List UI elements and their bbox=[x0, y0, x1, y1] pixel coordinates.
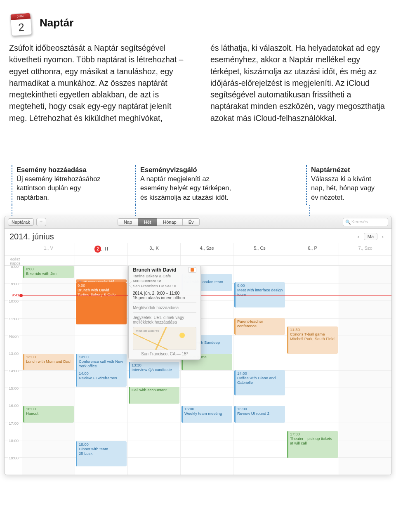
day-column[interactable]: 8:00Bike ride with Jim13:00Lunch with Mo… bbox=[22, 266, 75, 475]
popover-add-notes[interactable]: Jegyzetek, URL-címek vagy mellékletek ho… bbox=[133, 312, 196, 324]
connector-line bbox=[309, 205, 310, 216]
callout-add-event: Esemény hozzáadása Új esemény létrehozás… bbox=[12, 165, 119, 205]
intro-paragraph-left: Zsúfolt időbeosztását a Naptár segítségé… bbox=[9, 42, 186, 124]
callout-title: Esemény hozzáadása bbox=[16, 165, 115, 174]
calendar-event[interactable]: 13:30Interview QA candidate bbox=[129, 362, 179, 378]
search-icon: 🔍 bbox=[345, 220, 351, 225]
calendar-event[interactable]: Call with accountant bbox=[129, 387, 179, 403]
calendar-event[interactable]: 13:00Lunch with Mom and Dad bbox=[23, 354, 74, 370]
hour-label: 15:00 bbox=[5, 388, 22, 405]
day-column[interactable] bbox=[339, 266, 391, 475]
day-column[interactable]: 🚗 15 perc utazási idő9:00Brunch with Dav… bbox=[75, 266, 127, 475]
view-week-button[interactable]: Hét bbox=[138, 218, 157, 226]
today-button[interactable]: Ma bbox=[364, 233, 377, 240]
callout-inspector: Eseményvizsgáló A naptár megjeleníti az … bbox=[135, 165, 243, 205]
day-column[interactable]: 11:30Conor's T-ball gameMitchell Park, S… bbox=[286, 266, 339, 475]
day-header[interactable]: 6., P bbox=[286, 243, 339, 255]
day-header[interactable]: 5., Cs bbox=[233, 243, 286, 255]
prev-week-button[interactable]: ‹ bbox=[355, 234, 362, 240]
allday-label: egész napos bbox=[5, 255, 22, 265]
calendar-event[interactable]: 16:00Weekly team meeting bbox=[182, 406, 232, 422]
popover-map[interactable] bbox=[133, 327, 196, 350]
search-placeholder: Keresés bbox=[351, 219, 368, 224]
hour-label: 10:00 bbox=[5, 300, 22, 318]
popover-travel-time: 15 perc utazás innen: otthon bbox=[133, 296, 196, 300]
view-month-button[interactable]: Hónap bbox=[157, 218, 182, 226]
calendar-event[interactable]: 16:00Review UI round 2 bbox=[234, 406, 285, 422]
month-title: 2014. június bbox=[9, 232, 54, 241]
day-header[interactable]: 1., V bbox=[22, 243, 75, 255]
callout-title: Eseményvizsgáló bbox=[140, 165, 238, 174]
popover-event-title: Brunch with David bbox=[133, 267, 176, 273]
add-event-button[interactable]: + bbox=[36, 218, 46, 226]
toolbar: Naptárak + Nap Hét Hónap Év 🔍 Keresés bbox=[5, 216, 391, 229]
hour-label: Noon bbox=[5, 336, 22, 353]
callout-body: Válassza ki a kívánt nap, hét, hónap vag… bbox=[311, 174, 380, 202]
current-time-line bbox=[22, 295, 391, 296]
hour-label: 19:00 bbox=[5, 457, 22, 475]
next-week-button[interactable]: › bbox=[379, 234, 387, 240]
day-header[interactable]: 2., H bbox=[75, 243, 127, 255]
view-segmented-control: Nap Hét Hónap Év bbox=[118, 218, 200, 226]
search-input[interactable]: 🔍 Keresés bbox=[343, 218, 388, 226]
day-header[interactable]: 4., Sze bbox=[180, 243, 233, 255]
hour-label: 18:00 bbox=[5, 440, 22, 457]
event-popover: Brunch with David Tartine Bakery & Cafe … bbox=[128, 266, 201, 360]
calendar-event[interactable]: 17:30Theater—pick up tickets at will cal… bbox=[287, 431, 338, 458]
view-day-button[interactable]: Nap bbox=[118, 218, 138, 226]
day-header[interactable]: 3., K bbox=[127, 243, 180, 255]
day-header[interactable]: 7., Szo bbox=[339, 243, 391, 255]
hour-label: 8:00 bbox=[5, 266, 22, 283]
calendar-event[interactable]: 🚗 15 perc utazási idő bbox=[76, 279, 127, 283]
icon-day-number: 2 bbox=[11, 19, 32, 35]
calendar-event[interactable]: 11:30Conor's T-ball gameMitchell Park, S… bbox=[287, 326, 338, 354]
calendar-app-window: Naptárak + Nap Hét Hónap Év 🔍 Keresés 20… bbox=[4, 216, 392, 475]
popover-location-name: Tartine Bakery & Cafe bbox=[133, 274, 196, 279]
connector-line bbox=[12, 205, 12, 216]
hour-label: 16:00 bbox=[5, 405, 22, 422]
hour-label: 14:00 bbox=[5, 370, 22, 388]
calendar-event[interactable]: 16:00Haircut bbox=[23, 406, 74, 422]
calendar-app-icon: JÚN 2 bbox=[8, 10, 34, 35]
popover-weather: San Francisco, CA — 15° bbox=[133, 350, 196, 356]
calendar-event[interactable]: 18:00Dinner with team25 Lusk bbox=[76, 441, 127, 466]
calendar-event[interactable]: 14:00Review UI wireframes bbox=[76, 370, 127, 387]
popover-datetime: 2014. jún. 2. 9:00 – 11:00 bbox=[133, 291, 196, 296]
connector-line bbox=[135, 205, 136, 216]
intro-paragraph-right: és láthatja, ki válaszolt. Ha helyadatok… bbox=[210, 42, 387, 124]
calendar-event[interactable]: Parent-teacher conference bbox=[234, 318, 285, 335]
popover-calendar-picker[interactable] bbox=[188, 267, 196, 273]
popover-location-street: 600 Guerrero St bbox=[133, 279, 196, 284]
calendar-event[interactable]: 14:00Coffee with Diane and Gabrielle bbox=[234, 370, 285, 395]
hour-label: 9:00 bbox=[5, 283, 22, 300]
popover-location-city: San Francisco CA 94110 bbox=[133, 284, 196, 288]
callout-body: A naptár megjeleníti az esemény helyét e… bbox=[140, 174, 238, 202]
callout-body: Új esemény létrehozásához kattintson dup… bbox=[16, 174, 115, 202]
view-year-button[interactable]: Év bbox=[183, 218, 200, 226]
current-time-label: 9:41 bbox=[5, 293, 21, 297]
callout-view: Naptárnézet Válassza ki a kívánt nap, hé… bbox=[306, 165, 384, 205]
hour-label: 13:00 bbox=[5, 353, 22, 370]
page-title: Naptár bbox=[40, 17, 73, 29]
popover-add-invitees[interactable]: Meghívottak hozzáadása bbox=[133, 303, 196, 310]
callout-title: Naptárnézet bbox=[311, 165, 380, 174]
calendars-button[interactable]: Naptárak bbox=[8, 218, 34, 226]
calendar-event[interactable]: 9:00Brunch with DavidTartine Bakery & Ca… bbox=[76, 282, 127, 324]
calendar-event[interactable]: 8:00Bike ride with Jim bbox=[23, 266, 74, 278]
day-column[interactable]: 9:00Meet with interface design teamParen… bbox=[233, 266, 286, 475]
hour-label: 17:00 bbox=[5, 423, 22, 440]
hour-label: 11:00 bbox=[5, 318, 22, 336]
